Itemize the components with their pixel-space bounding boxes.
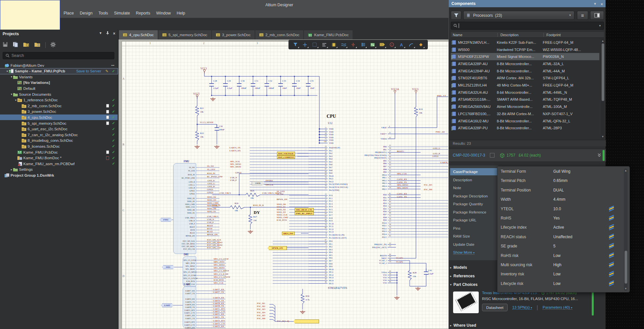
section-part_choices[interactable]: ▾Part Choices: [450, 282, 477, 287]
param-group-pins[interactable]: Pins: [450, 225, 497, 232]
menu-help[interactable]: Help: [174, 10, 188, 17]
menu-edit[interactable]: Edit: [14, 10, 27, 17]
chevron-down-icon[interactable]: ▼: [599, 24, 601, 27]
tree-item-settings[interactable]: ▸Settings: [0, 167, 118, 172]
tool-select-rect-icon[interactable]: [311, 41, 319, 48]
scroll-up-icon[interactable]: ▲: [624, 169, 628, 172]
more-options-icon[interactable]: •••: [111, 64, 114, 67]
component-row-atmega16u2-mu[interactable]: ATMEGA16U2-MU8-Bit Microcontroller...ATM…: [451, 117, 599, 125]
menu-reports[interactable]: Reports: [133, 10, 153, 17]
components-table-header[interactable]: NameDescriptionFootprint: [451, 32, 604, 38]
tool-crosshair-icon[interactable]: [301, 41, 309, 48]
compare-documents-icon[interactable]: [12, 42, 18, 49]
undo-icon[interactable]: ↶: [39, 1, 45, 8]
tree-item-variants[interactable]: ▾Variants: [0, 74, 118, 80]
component-checkbox[interactable]: [490, 153, 494, 158]
panel-close-icon[interactable]: ×: [113, 31, 115, 36]
selected-component-bar[interactable]: CMP-020-00017-3 1757 £4.02 (each): [449, 149, 606, 162]
expander-icon[interactable]: ▾: [10, 75, 13, 78]
component-row-lpc1768fbd100-[interactable]: LPC1768FBD100,...32-Bit ARM Cortex-M...N…: [451, 110, 599, 117]
redo-icon[interactable]: ↷: [48, 1, 55, 8]
param-group-package-reference[interactable]: Package Reference: [450, 209, 497, 216]
tree-item-default[interactable]: Default: [0, 86, 118, 91]
panel-menu-button[interactable]: ≡: [577, 11, 588, 20]
menu-project[interactable]: Project: [42, 10, 60, 17]
tool-filter-icon[interactable]: [291, 41, 299, 48]
tool-place-arc-icon[interactable]: [407, 41, 415, 48]
param-group-update-date[interactable]: Update Date: [450, 241, 497, 248]
tab-3_power.SchDoc[interactable]: 3_power.SchDoc: [212, 30, 255, 39]
tree-item-8-imudebug-conn-schdoc[interactable]: 8_imudebug_conn.SchDoc✓: [0, 138, 118, 143]
components-search-input[interactable]: ▼: [451, 22, 604, 30]
settings-gear-icon[interactable]: [50, 42, 56, 49]
show-more-link[interactable]: Show More ▾: [453, 250, 474, 255]
param-group-package-quantity[interactable]: Package Quantity: [450, 200, 497, 208]
menu-window[interactable]: Window: [153, 10, 173, 17]
component-row-mk22fn1m0vlh-[interactable]: MK22FN1M0VLH...Kinetis K22F Sub-Fam...FR…: [451, 39, 599, 46]
section-where-used[interactable]: ▸Where Used: [450, 323, 476, 328]
param-group-case-package[interactable]: Case/Package: [450, 168, 497, 175]
section-references[interactable]: ▸References: [450, 274, 475, 278]
component-row-mkl25z128vlh4[interactable]: MKL25Z128VLH448 MHz Cortex-M0+...FREE-LQ…: [451, 82, 599, 89]
tree-item-4-cpu-schdoc[interactable]: 4_cpu.SchDoc✓: [0, 114, 118, 120]
tool-place-wire-icon[interactable]: [340, 41, 348, 48]
tree-item-source-documents[interactable]: ▾Source Documents: [0, 91, 118, 97]
save-icon[interactable]: [11, 1, 18, 8]
tree-item-5-spi-memory-schdoc[interactable]: 5_spi_memory.SchDoc✓: [0, 120, 118, 126]
tree-item--no-variations-[interactable]: [No Variations]: [0, 80, 118, 86]
param-group-ram-size[interactable]: RAM Size: [450, 233, 497, 240]
flyout-scrollbar[interactable]: ▲▼: [624, 168, 628, 291]
tree-item-3-power-schdoc[interactable]: 3_power.SchDoc✓: [0, 109, 118, 114]
menu-file[interactable]: File: [2, 10, 14, 17]
spn-dropdown[interactable]: 13 SPN(s) ▾: [512, 305, 532, 310]
tool-place-part-icon[interactable]: [330, 41, 338, 48]
column-header-name[interactable]: Name: [451, 33, 497, 37]
component-row-atmega328p-pu[interactable]: ATMEGA328P-PU8-Bit Microcontroller...ATM…: [451, 124, 599, 132]
menu-design[interactable]: Design: [77, 10, 95, 17]
tool-place-sheet-symbol-icon[interactable]: [369, 41, 377, 48]
section-models[interactable]: ▸Models: [450, 265, 467, 270]
chevron-double-down-icon[interactable]: [597, 153, 601, 157]
panel-close-icon[interactable]: ×: [601, 2, 603, 7]
tree-item-kame-fmu-asm-rm-pcbdwf[interactable]: Kame_FMU_asm_rm.PCBDwf✓: [0, 161, 118, 166]
scroll-up-icon[interactable]: ▲: [601, 39, 605, 42]
tree-item-kame-fmu-bomdoc-[interactable]: Kame_FMU.BomDoc *✓: [0, 155, 118, 161]
menu-place[interactable]: Place: [61, 10, 76, 17]
menu-view[interactable]: View: [28, 10, 42, 17]
tool-align-icon[interactable]: [320, 41, 328, 48]
tree-item-fabian-altium-dev[interactable]: Fabian@Altium Dev•••: [0, 63, 118, 68]
scroll-down-icon[interactable]: ▼: [601, 135, 605, 138]
tool-place-designator-icon[interactable]: D1: [379, 41, 386, 48]
component-row-w5500[interactable]: W5500Hardwired TCP/IP Em...WIZ-W5500-LQF…: [451, 46, 599, 53]
scroll-down-icon[interactable]: ▼: [624, 287, 628, 290]
menu-simulate[interactable]: Simulate: [111, 10, 133, 17]
tree-item-sample-kame-fmu-prjpcb[interactable]: ▾Sample - Kame_FMU.PrjPcbSave to Server✎…: [0, 68, 118, 74]
expander-icon[interactable]: ▾: [10, 93, 13, 96]
panel-dropdown-icon[interactable]: ▼: [593, 2, 597, 7]
panel-dropdown-icon[interactable]: ▼: [99, 31, 102, 36]
tree-item-kame-fmu-pcbdoc[interactable]: Kame_FMU.PcbDoc✓: [0, 149, 118, 155]
components-list-scrollbar[interactable]: ▲ ▼: [601, 39, 605, 139]
tree-item-1-reference-schdoc[interactable]: ▾1_reference.SchDoc✓: [0, 97, 118, 103]
expander-icon[interactable]: ▾: [6, 70, 9, 73]
component-row-atmega1284p-au[interactable]: ATMEGA1284P-AU8-Bit Microcontroller...AT…: [451, 67, 599, 75]
tab-4_cpu.SchDoc[interactable]: 4_cpu.SchDoc: [119, 30, 158, 39]
tool-place-text-icon[interactable]: A: [398, 41, 405, 48]
save-project-icon[interactable]: [3, 42, 8, 48]
projects-search-input[interactable]: Search: [3, 52, 114, 59]
component-id-link[interactable]: CMP-020-00017-3: [453, 153, 485, 158]
component-row-stm32f401rbt6[interactable]: STM32F401RBT6ARM Cortex -M4 32b...STM-LQ…: [451, 75, 599, 82]
datasheet-button[interactable]: Datasheet: [482, 304, 508, 311]
component-row-atmega328p-au[interactable]: ATMEGA328P-AU8-Bit Microcontroller...ATM…: [451, 60, 599, 67]
filter-button[interactable]: [451, 11, 461, 20]
expander-icon[interactable]: ▸: [10, 168, 13, 171]
save-all-icon[interactable]: [20, 1, 27, 8]
tree-item-6-uart-esc-i2c-schdoc[interactable]: 6_uart_esc_i2c.SchDoc✓: [0, 126, 118, 132]
component-row-atsamd21g18a-[interactable]: ATSAMD21G18A-...SMART ARM-Based...ATML-T…: [451, 96, 599, 103]
tree-item-2-mb-conn-schdoc[interactable]: 2_mb_conn.SchDoc✓: [0, 103, 118, 109]
param-group-note[interactable]: Note: [450, 184, 497, 191]
component-row-msp430f2132ipw[interactable]: MSP430F2132IPWMixed Signal Microco...PW0…: [451, 53, 599, 60]
tree-item-project-group-1-dsnwrk[interactable]: Project Group 1.DsnWrk: [0, 172, 118, 178]
tree-item-9-licenses-schdoc[interactable]: 9_licenses.SchDoc✓: [0, 143, 118, 149]
tool-place-power-port-icon[interactable]: [349, 41, 357, 48]
